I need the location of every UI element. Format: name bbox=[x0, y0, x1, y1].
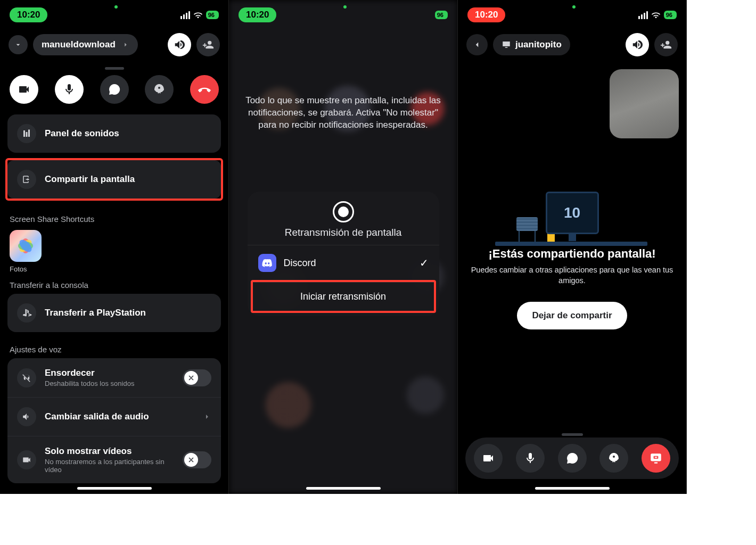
sharing-title: ¡Estás compartiendo pantalla! bbox=[469, 247, 676, 261]
speaker-icon bbox=[174, 39, 185, 51]
chevron-left-icon bbox=[472, 40, 482, 49]
deafen-toggle[interactable] bbox=[183, 369, 211, 386]
stream-user-label: juanitopito bbox=[515, 39, 562, 50]
mic-button[interactable] bbox=[516, 444, 545, 473]
video-only-icon bbox=[17, 450, 36, 469]
chat-button[interactable] bbox=[558, 444, 587, 473]
video-only-toggle[interactable] bbox=[183, 451, 211, 468]
mic-icon bbox=[63, 83, 76, 96]
call-controls bbox=[0, 75, 228, 114]
chat-icon bbox=[566, 452, 579, 465]
status-right: 96 bbox=[638, 10, 677, 20]
activities-button[interactable] bbox=[145, 75, 174, 104]
status-right: 96 bbox=[180, 10, 219, 20]
battery-icon: 96 bbox=[435, 11, 448, 19]
status-bar: 10:20 96 bbox=[458, 0, 686, 26]
transfer-ps-item[interactable]: Transferir a PlayStation bbox=[7, 294, 221, 332]
transfer-section-label: Transferir a la consola bbox=[0, 273, 228, 294]
camera-button[interactable] bbox=[474, 444, 503, 473]
person-add-icon bbox=[660, 39, 672, 51]
status-time[interactable]: 10:20 bbox=[10, 7, 47, 22]
self-camera-pip[interactable] bbox=[610, 69, 679, 138]
camera-icon bbox=[18, 83, 30, 96]
recording-dot-icon bbox=[343, 5, 347, 9]
add-user-button[interactable] bbox=[654, 33, 678, 56]
drag-handle-icon[interactable] bbox=[105, 67, 124, 70]
stream-user-chip[interactable]: juanitopito bbox=[493, 34, 570, 55]
discord-icon bbox=[258, 254, 276, 272]
start-broadcast-highlight: Iniciar retransmisión bbox=[251, 280, 436, 313]
soundboard-icon bbox=[17, 124, 36, 143]
broadcast-app-row[interactable]: Discord ✓ bbox=[248, 245, 439, 280]
activities-button[interactable] bbox=[599, 444, 628, 473]
drag-handle-icon[interactable] bbox=[562, 433, 583, 436]
soundboard-item[interactable]: Panel de sonidos bbox=[7, 114, 221, 153]
hangup-button[interactable] bbox=[190, 75, 219, 104]
cellular-icon bbox=[180, 11, 190, 19]
add-user-button[interactable] bbox=[196, 33, 220, 56]
screen-stop-icon bbox=[649, 451, 663, 465]
photos-app-shortcut[interactable] bbox=[10, 230, 42, 262]
video-only-label: Solo mostrar vídeos bbox=[45, 446, 174, 457]
speaker-icon bbox=[631, 39, 643, 51]
stop-sharing-button[interactable]: Dejar de compartir bbox=[517, 302, 627, 329]
video-only-item[interactable]: Solo mostrar vídeos No mostraremos a los… bbox=[7, 436, 221, 483]
transfer-ps-label: Transferir a PlayStation bbox=[45, 308, 211, 318]
status-bar: 10:20 96 bbox=[229, 0, 457, 26]
wifi-icon bbox=[193, 10, 203, 20]
shortcuts-section-label: Screen Share Shortcuts bbox=[0, 207, 228, 228]
soundboard-card: Panel de sonidos bbox=[7, 114, 221, 153]
back-button[interactable] bbox=[466, 34, 488, 55]
close-icon bbox=[187, 456, 195, 464]
camera-button[interactable] bbox=[10, 75, 38, 104]
chat-button[interactable] bbox=[100, 75, 129, 104]
speaker-button[interactable] bbox=[168, 33, 191, 56]
share-screen-item[interactable]: Compartir la pantalla bbox=[7, 160, 221, 199]
audio-output-label: Cambiar salida de audio bbox=[45, 411, 194, 422]
video-only-sub: No mostraremos a los participantes sin v… bbox=[45, 458, 174, 474]
status-bar: 10:20 96 bbox=[0, 0, 228, 26]
home-indicator[interactable] bbox=[77, 487, 152, 490]
battery-icon: 96 bbox=[206, 11, 219, 19]
record-icon bbox=[333, 201, 354, 222]
svg-rect-6 bbox=[654, 463, 658, 464]
sharing-subtitle: Puedes cambiar a otras aplicaciones para… bbox=[458, 265, 686, 286]
status-time[interactable]: 10:20 bbox=[239, 7, 276, 22]
home-indicator[interactable] bbox=[306, 487, 381, 490]
speaker-small-icon bbox=[17, 407, 36, 426]
mic-button[interactable] bbox=[55, 75, 84, 104]
status-right: 96 bbox=[435, 11, 448, 19]
rocket-icon bbox=[607, 452, 620, 465]
wifi-icon bbox=[651, 10, 661, 20]
soundboard-label: Panel de sonidos bbox=[45, 128, 211, 139]
chevron-right-icon bbox=[122, 41, 129, 48]
voice-section-label: Ajustes de voz bbox=[0, 337, 228, 358]
panel-broadcast-picker: 10:20 96 Todo lo que se muestre en panta… bbox=[229, 0, 458, 494]
close-icon bbox=[187, 374, 195, 382]
panel-sharing-active: 10:20 96 juanitopito 10 ¡Estás compartie… bbox=[458, 0, 687, 494]
broadcast-sheet: Retransmisión de pantalla Discord ✓ Inic… bbox=[248, 192, 439, 316]
collapse-button[interactable] bbox=[9, 35, 28, 54]
chevron-right-icon bbox=[203, 412, 211, 421]
hangup-icon bbox=[198, 82, 211, 96]
call-header: manueldownload bbox=[0, 26, 228, 64]
home-indicator[interactable] bbox=[535, 487, 610, 490]
deafen-item[interactable]: Ensordecer Deshabilita todos los sonidos bbox=[7, 358, 221, 397]
share-screen-icon bbox=[17, 170, 36, 189]
cellular-icon bbox=[638, 11, 648, 19]
chevron-down-icon bbox=[14, 40, 22, 49]
audio-output-item[interactable]: Cambiar salida de audio bbox=[7, 397, 221, 436]
rocket-icon bbox=[153, 83, 166, 96]
channel-chip[interactable]: manueldownload bbox=[33, 34, 138, 55]
start-broadcast-button[interactable]: Iniciar retransmisión bbox=[253, 282, 434, 311]
stop-share-icon-button[interactable] bbox=[642, 444, 670, 473]
share-screen-highlight: Compartir la pantalla bbox=[5, 158, 223, 201]
call-bottom-bar bbox=[465, 437, 679, 479]
status-time-recording[interactable]: 10:20 bbox=[467, 7, 505, 22]
speaker-button[interactable] bbox=[626, 33, 649, 56]
recording-dot-icon bbox=[572, 5, 576, 9]
battery-icon: 96 bbox=[664, 11, 677, 19]
deafen-label: Ensordecer bbox=[45, 368, 174, 378]
channel-name: manueldownload bbox=[42, 39, 116, 50]
chat-icon bbox=[108, 83, 121, 96]
